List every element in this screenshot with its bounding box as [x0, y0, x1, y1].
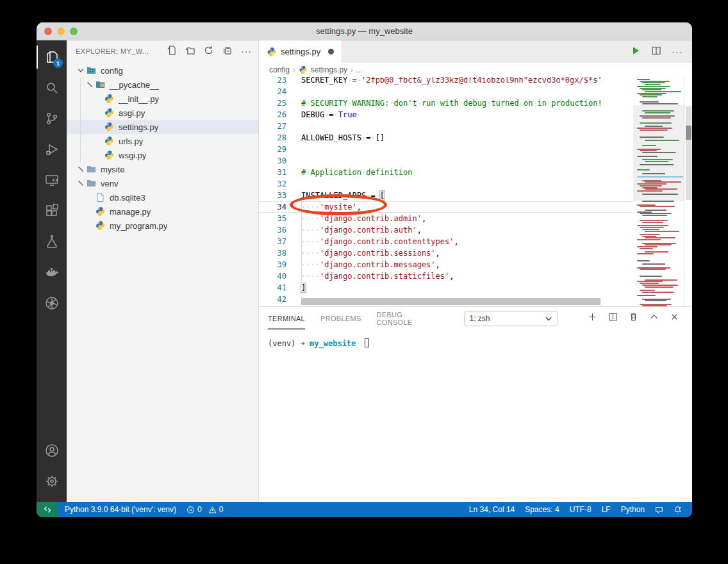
kill-terminal-icon[interactable] [629, 312, 638, 324]
minimap-line [637, 256, 683, 258]
breadcrumb-more[interactable]: ... [356, 65, 363, 74]
problems-status[interactable]: 0 0 [181, 502, 228, 517]
code-line-36[interactable]: 36····'django.contrib.auth', [259, 224, 633, 236]
code-line-26[interactable]: 26DEBUG·=·True [259, 109, 633, 120]
encoding-status[interactable]: UTF-8 [565, 502, 597, 517]
panel-tab-debug-console[interactable]: DEBUG CONSOLE [377, 307, 433, 329]
close-panel-icon[interactable] [670, 312, 679, 324]
terminal-content[interactable]: (venv) ➜ my_website [259, 329, 692, 502]
code-line-24[interactable]: 24 [259, 86, 633, 97]
tree-item-asgi-py[interactable]: asgi.py [67, 106, 258, 120]
minimap-line [640, 283, 659, 284]
tree-item-urls-py[interactable]: urls.py [67, 134, 258, 148]
code-line-30[interactable]: 30 [259, 155, 633, 167]
modified-dot-icon[interactable] [328, 49, 334, 54]
file-icon [95, 192, 106, 203]
code-line-38[interactable]: 38····'django.contrib.sessions', [259, 247, 633, 259]
indentation-status[interactable]: Spaces: 4 [520, 502, 564, 517]
tree-item-config[interactable]: config [67, 63, 258, 78]
chevron-right-icon[interactable] [76, 166, 86, 172]
minimap-line [637, 253, 654, 254]
extensions-icon[interactable] [37, 195, 67, 226]
run-debug-icon[interactable] [37, 134, 67, 165]
minimap-line [637, 239, 661, 240]
terminal-shell-select[interactable]: 1: zsh [464, 311, 558, 326]
panel-tab-terminal[interactable]: TERMINAL [268, 307, 305, 329]
code-line-23[interactable]: 23SECRET_KEY·=·'2fpb@0_fbct&_ylz33kz@d!t… [259, 77, 633, 86]
split-editor-icon[interactable] [651, 46, 661, 58]
code-line-40[interactable]: 40····'django.contrib.staticfiles', [259, 270, 633, 282]
horizontal-scrollbar[interactable] [301, 298, 600, 305]
code-line-32[interactable]: 32 [259, 178, 633, 190]
breadcrumb-settings-py[interactable]: settings.py [311, 65, 347, 74]
docker-icon[interactable] [37, 257, 67, 288]
new-folder-icon[interactable] [185, 46, 195, 57]
search-icon[interactable] [37, 72, 67, 103]
python-interpreter-status[interactable]: Python 3.9.0 64-bit ('venv': venv) [58, 502, 181, 517]
code-line-28[interactable]: 28ALLOWED_HOSTS·=·[] [259, 132, 633, 144]
language-mode-status[interactable]: Python [616, 502, 650, 517]
testing-icon[interactable] [37, 226, 67, 257]
run-python-file-icon[interactable] [631, 46, 641, 58]
editor-more-icon[interactable]: ··· [672, 46, 683, 57]
tree-item-venv[interactable]: venv [67, 176, 258, 190]
scrollbar-thumb[interactable] [686, 106, 691, 200]
remote-indicator-icon[interactable] [37, 502, 58, 517]
chevron-right-icon[interactable] [76, 180, 86, 187]
code-line-35[interactable]: 35····'django.contrib.admin', [259, 213, 633, 224]
tree-item-mysite[interactable]: mysite [67, 162, 258, 176]
new-terminal-icon[interactable] [588, 312, 597, 324]
minimap-line [637, 178, 683, 179]
explorer-more-icon[interactable]: ··· [241, 48, 252, 54]
minimap-line [640, 234, 660, 235]
tree-item-label: my_program.py [110, 221, 167, 231]
code-line-34[interactable]: 34····'mysite', [259, 201, 633, 213]
chevron-right-icon[interactable] [85, 81, 95, 88]
code-line-25[interactable]: 25#·SECURITY·WARNING:·don't·run·with·deb… [259, 97, 633, 109]
eol-status[interactable]: LF [597, 502, 616, 517]
tree-item-manage-py[interactable]: manage.py [67, 204, 258, 219]
line-number: 43 [259, 305, 295, 306]
explorer-icon[interactable]: 1 [37, 42, 67, 72]
tab-settings-py[interactable]: settings.py [259, 40, 342, 63]
source-control-icon[interactable] [37, 103, 67, 134]
code-line-39[interactable]: 39····'django.contrib.messages', [259, 259, 633, 270]
python-icon [95, 206, 106, 217]
code-line-29[interactable]: 29 [259, 144, 633, 155]
collapse-folders-icon[interactable] [222, 46, 232, 57]
chevron-down-icon[interactable] [76, 67, 86, 74]
notifications-bell-icon[interactable] [668, 502, 687, 517]
minimap-line [640, 276, 662, 277]
minimap-line [642, 229, 659, 230]
tree-item-wsgi-py[interactable]: wsgi.py [67, 148, 258, 162]
code-line-41[interactable]: 41] [259, 282, 633, 294]
minimap-line [637, 113, 683, 115]
settings-gear-icon[interactable] [37, 466, 67, 497]
refresh-icon[interactable] [204, 46, 213, 57]
new-file-icon[interactable] [167, 46, 176, 57]
vertical-scrollbar[interactable] [684, 77, 692, 306]
tree-item--init-py[interactable]: __init__.py [67, 92, 258, 106]
code-line-27[interactable]: 27 [259, 120, 633, 132]
minimap[interactable] [633, 77, 684, 306]
cursor-position-status[interactable]: Ln 34, Col 14 [464, 502, 520, 517]
tree-item-settings-py[interactable]: settings.py [67, 120, 258, 134]
code-line-33[interactable]: 33INSTALLED_APPS·=·[ [259, 190, 633, 201]
breadcrumb-config[interactable]: config [269, 65, 290, 74]
code-line-37[interactable]: 37····'django.contrib.contenttypes', [259, 236, 633, 247]
accounts-icon[interactable] [37, 435, 67, 466]
kubernetes-icon[interactable] [37, 288, 67, 319]
python-icon [104, 94, 115, 104]
tree-item-my-program-py[interactable]: my_program.py [67, 219, 258, 233]
code-line-43[interactable]: 43MIDDLEWARE·=·[ [259, 305, 633, 306]
code-scroll-area[interactable]: 23SECRET_KEY·=·'2fpb@0_fbct&_ylz33kz@d!t… [259, 77, 633, 306]
tree-item-db-sqlite3[interactable]: db.sqlite3 [67, 190, 258, 204]
panel-tab-problems[interactable]: PROBLEMS [320, 307, 361, 329]
scrollbar-thumb-dark[interactable] [686, 126, 691, 140]
maximize-panel-icon[interactable] [649, 312, 659, 324]
code-line-31[interactable]: 31#·Application·definition [259, 167, 633, 178]
feedback-icon[interactable] [650, 502, 668, 517]
split-terminal-icon[interactable] [608, 312, 618, 324]
tree-item--pycache-[interactable]: __pycache__ [67, 78, 258, 92]
remote-explorer-icon[interactable] [37, 165, 67, 195]
